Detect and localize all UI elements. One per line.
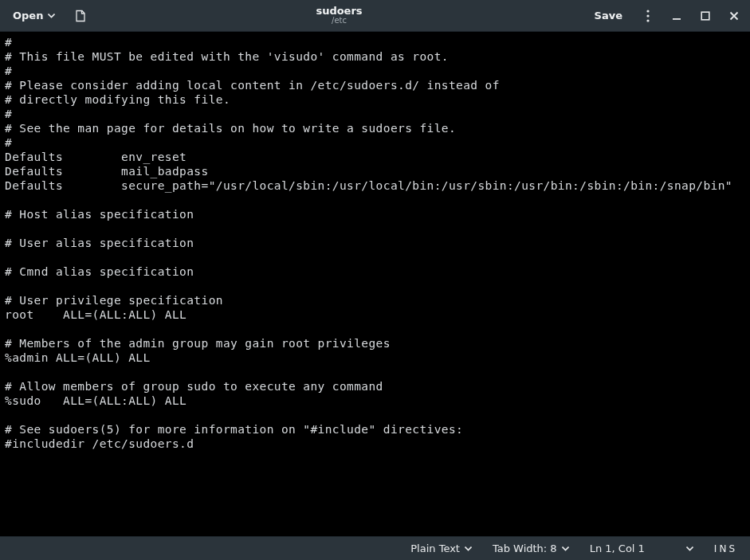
kebab-menu-icon [646, 10, 650, 22]
svg-point-0 [646, 10, 649, 12]
new-document-icon [74, 10, 87, 22]
tab-width-selector[interactable]: Tab Width: 8 [489, 541, 572, 556]
svg-point-1 [646, 14, 649, 17]
maximize-button[interactable] [694, 5, 717, 27]
svg-rect-4 [701, 12, 709, 20]
statusbar: Plain Text Tab Width: 8 Ln 1, Col 1 INS [0, 536, 750, 560]
save-label: Save [595, 10, 622, 22]
editor-area[interactable]: # # This file MUST be edited with the 'v… [0, 32, 750, 536]
save-button[interactable]: Save [587, 5, 630, 27]
headerbar-left: Open [5, 5, 92, 27]
minimize-button[interactable] [666, 5, 688, 27]
syntax-mode-label: Plain Text [410, 542, 460, 554]
open-button[interactable]: Open [5, 5, 63, 27]
svg-point-2 [646, 19, 649, 22]
syntax-mode-selector[interactable]: Plain Text [407, 541, 475, 556]
close-icon [729, 11, 739, 21]
editor-content[interactable]: # # This file MUST be edited with the 'v… [5, 35, 745, 451]
chevron-down-icon [465, 546, 472, 551]
new-document-button[interactable] [69, 5, 92, 27]
chevron-down-icon [48, 14, 55, 18]
close-button[interactable] [723, 5, 745, 27]
chevron-down-icon [562, 546, 569, 551]
headerbar: Open sudoers /etc Save [0, 0, 750, 32]
window-title: sudoers [316, 6, 362, 17]
cursor-position-selector[interactable]: Ln 1, Col 1 [587, 541, 697, 556]
insert-mode-label: INS [714, 543, 737, 554]
window-subtitle: /etc [332, 17, 347, 25]
chevron-down-icon [686, 546, 693, 551]
tab-width-label: Tab Width: 8 [493, 542, 557, 554]
headerbar-right: Save [587, 5, 745, 27]
open-label: Open [13, 10, 43, 22]
minimize-icon [672, 11, 681, 21]
svg-rect-3 [673, 18, 681, 20]
headerbar-title-area: sudoers /etc [92, 6, 586, 25]
hamburger-menu-button[interactable] [637, 5, 659, 27]
insert-mode-indicator[interactable]: INS [711, 542, 740, 556]
maximize-icon [701, 11, 710, 21]
cursor-position-label: Ln 1, Col 1 [590, 542, 645, 554]
